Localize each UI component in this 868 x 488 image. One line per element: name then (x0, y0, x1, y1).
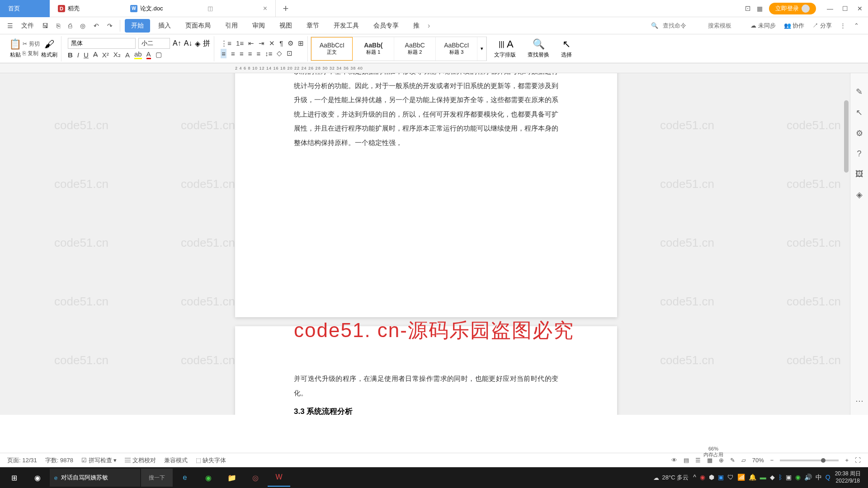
edit-mode-icon[interactable]: ✎ (730, 457, 735, 464)
tray-icon[interactable]: ⬢ (709, 474, 714, 482)
window-mode-icon[interactable]: ◫ (208, 5, 213, 12)
font-name-select[interactable]: 黑体 (68, 38, 136, 49)
tray-wifi-icon[interactable]: 📶 (737, 474, 745, 482)
print-icon[interactable]: ⎙ (66, 20, 75, 31)
menu-insert[interactable]: 插入 (152, 19, 177, 33)
menu-dev[interactable]: 开发工具 (327, 19, 365, 33)
style-normal[interactable]: AaBbCcI正文 (311, 37, 353, 61)
undo-icon[interactable]: ↶ (91, 20, 102, 31)
fullscreen-icon[interactable]: ⛶ (855, 457, 861, 464)
show-marks-button[interactable]: ¶ (279, 39, 283, 47)
zoom-level[interactable]: 70% (752, 457, 764, 464)
new-tab-button[interactable]: + (276, 3, 296, 14)
menu-chapter[interactable]: 章节 (300, 19, 326, 33)
format-painter-button[interactable]: 🖌格式刷 (41, 38, 57, 59)
table-border-button[interactable]: ⊡ (287, 49, 292, 57)
vertical-scrollbar[interactable] (843, 73, 850, 415)
style-h2[interactable]: AaBbC标题 2 (394, 37, 436, 61)
align-center-button[interactable]: ≡ (231, 50, 235, 57)
decrease-indent-button[interactable]: ⇤ (248, 39, 254, 47)
tray-volume-icon[interactable]: 🔊 (804, 474, 812, 482)
zoom-handle[interactable] (821, 458, 826, 463)
distribute-button[interactable]: ≡ (256, 50, 260, 57)
share-button[interactable]: ↗ 分享 (812, 22, 832, 30)
document-canvas[interactable]: code51.cn code51.cn code51.cn code51.cn … (0, 73, 868, 415)
taskbar-ie[interactable]: e (174, 469, 196, 487)
settings-tool-icon[interactable]: ⚙ (856, 128, 863, 138)
export-icon[interactable]: ⎘ (54, 20, 63, 31)
clear-format-icon[interactable]: ◈ (195, 39, 200, 48)
maximize-button[interactable]: ☐ (842, 5, 848, 12)
tray-notification-icon[interactable]: 🔔 (749, 474, 756, 482)
align-justify-button[interactable]: ≡ (248, 50, 252, 57)
tray-icon[interactable]: ▬ (760, 474, 766, 482)
shading-button[interactable]: ◇ (277, 49, 282, 57)
num-icon[interactable]: ⚀ (745, 5, 750, 12)
menu-review[interactable]: 审阅 (246, 19, 271, 33)
close-button[interactable]: ✕ (857, 5, 863, 12)
spellcheck-toggle[interactable]: ☑ 拼写检查 ▾ (81, 456, 117, 465)
taskbar-app1[interactable]: ◎ (244, 469, 267, 487)
style-more[interactable]: ▾ (477, 37, 486, 61)
tab-close-icon[interactable]: × (263, 5, 267, 13)
char-border-button[interactable]: ▢ (156, 51, 162, 59)
sort-button[interactable]: ✕ (269, 39, 275, 47)
paragraph-2[interactable]: 并可迭代升级的程序，在满足使用者日常操作需求的同时，也能更好应对当前时代的变化。 (294, 371, 558, 400)
menu-references[interactable]: 引用 (219, 19, 244, 33)
paragraph-1[interactable]: 以前的程序，基本就是数据的增加，修改等功能，现在开发的程序都开始考虑对数据进行统… (294, 73, 558, 150)
tools-button[interactable]: ⚙ (288, 39, 293, 47)
select-button[interactable]: ↖选择 (557, 38, 576, 59)
search-template-input[interactable] (708, 22, 749, 29)
cortana-icon[interactable]: ◉ (26, 469, 49, 487)
compat-mode[interactable]: 兼容模式 (164, 456, 188, 465)
font-color-button[interactable]: A (146, 50, 151, 59)
menu-overflow-icon[interactable]: › (428, 22, 430, 30)
line-spacing-button[interactable]: ↕≡ (265, 50, 272, 57)
save-icon[interactable]: 🖫 (39, 20, 51, 31)
tray-icon[interactable]: ◆ (770, 474, 775, 482)
align-right-button[interactable]: ≡ (240, 50, 244, 57)
outline-view-icon[interactable]: ☰ (695, 457, 701, 464)
zoom-out-button[interactable]: − (770, 457, 774, 464)
tray-bluetooth-icon[interactable]: ᛒ (778, 474, 782, 482)
increase-indent-button[interactable]: ⇥ (259, 39, 264, 47)
taskbar-browser[interactable]: e对话自骂阿姨苏敏 (50, 469, 140, 487)
menu-vip[interactable]: 会员专享 (367, 19, 405, 33)
tab-home[interactable]: 首页 (0, 0, 50, 17)
tab-daoke[interactable]: D稻壳 (50, 0, 122, 17)
borders-button[interactable]: ⊞ (298, 39, 304, 47)
search-command-input[interactable] (663, 22, 703, 29)
paste-button[interactable]: 📋粘贴 (9, 38, 21, 59)
taskbar-wps[interactable]: W (268, 469, 290, 487)
collab-button[interactable]: 👥 协作 (784, 22, 805, 30)
zoom-in-button[interactable]: + (845, 457, 849, 464)
menu-dropdown-icon[interactable]: ⋮ (840, 22, 846, 29)
subscript-button[interactable]: X₂ (113, 51, 121, 59)
ruler[interactable]: 2 4 6 8 10 12 14 16 18 20 22 24 26 28 30… (0, 63, 868, 73)
login-button[interactable]: 立即登录 (769, 3, 816, 14)
cut-button[interactable]: ✂ 剪切 (23, 40, 40, 48)
taskbar-search[interactable]: 搜一下 (141, 469, 173, 487)
file-menu[interactable]: 文件 (19, 20, 37, 32)
italic-button[interactable]: I (77, 51, 79, 59)
numbering-button[interactable]: 1≡ (236, 39, 244, 47)
text-layout-button[interactable]: ⫼A文字排版 (490, 38, 520, 59)
bullets-button[interactable]: ⋮≡ (221, 39, 231, 47)
collapse-ribbon-icon[interactable]: ⌃ (854, 22, 859, 29)
menu-more[interactable]: 推 (407, 19, 426, 33)
align-left-button[interactable]: ≡ (221, 49, 226, 58)
tray-icon[interactable]: ^ (693, 474, 696, 482)
zoom-slider[interactable] (780, 460, 839, 461)
style-h3[interactable]: AaBbCcI标题 3 (436, 37, 477, 61)
missing-fonts[interactable]: ⬚ 缺失字体 (196, 456, 226, 465)
heading-3-3[interactable]: 3.3 系统流程分析 (294, 406, 558, 415)
more-tools-icon[interactable]: ⋯ (855, 396, 863, 406)
tray-icon[interactable]: Q (826, 474, 830, 482)
menu-start[interactable]: 开始 (125, 19, 150, 33)
tray-ime-icon[interactable]: 中 (816, 474, 822, 482)
shrink-font-icon[interactable]: A↓ (184, 39, 193, 47)
bold-button[interactable]: B (68, 51, 73, 59)
redo-icon[interactable]: ↷ (104, 20, 115, 31)
menu-view[interactable]: 视图 (273, 19, 298, 33)
taskbar-explorer[interactable]: 📁 (221, 469, 243, 487)
